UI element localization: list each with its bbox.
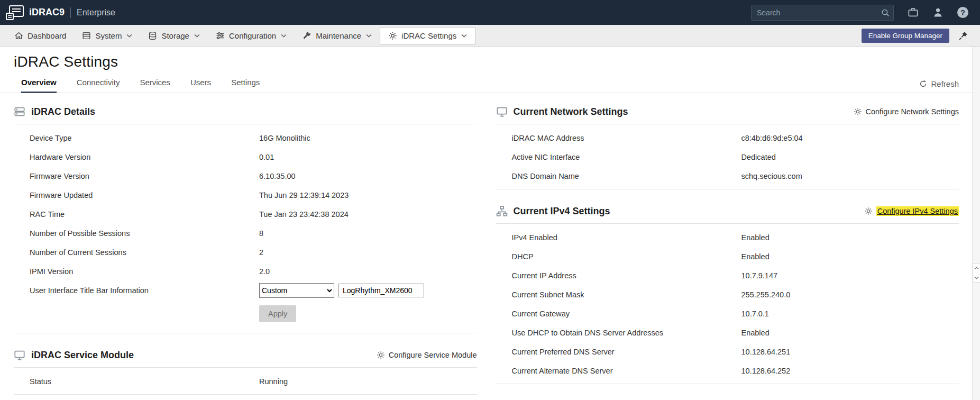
row-label: Use DHCP to Obtain DNS Server Addresses [512, 329, 741, 337]
enable-group-manager-button[interactable]: Enable Group Manager [862, 29, 949, 43]
nav-system[interactable]: System [74, 25, 140, 46]
row-value: 0.01 [259, 153, 274, 161]
search-icon[interactable] [881, 8, 890, 17]
nav-dashboard[interactable]: Dashboard [6, 25, 74, 46]
row-value: schq.secious.com [741, 172, 802, 180]
row-label: RAC Time [30, 210, 259, 219]
row-label: Current Preferred DNS Server [512, 348, 741, 356]
pin-icon[interactable] [958, 31, 968, 41]
detail-row: Status Running [14, 372, 477, 391]
brand-divider [70, 7, 71, 18]
apply-button[interactable]: Apply [259, 305, 296, 322]
nav-label: Maintenance [316, 31, 361, 40]
edition-label: Enterprise [77, 8, 115, 17]
nav-configuration[interactable]: Configuration [208, 25, 295, 46]
tab-users[interactable]: Users [190, 74, 211, 93]
chevron-down-icon [126, 34, 132, 38]
nav-maintenance[interactable]: Maintenance [295, 25, 380, 46]
title-bar-mode-select[interactable]: Custom [259, 283, 334, 298]
row-label: IPMI Version [30, 267, 259, 276]
configure-service-module-link[interactable]: Configure Service Module [377, 351, 477, 359]
briefcase-icon[interactable] [908, 7, 919, 18]
refresh-icon [919, 80, 927, 88]
detail-row: IPMI Version 2.0 [14, 262, 477, 281]
tab-services[interactable]: Services [140, 74, 170, 93]
detail-row: Firmware Updated Thu Jun 29 12:39:14 202… [14, 186, 477, 205]
sliders-icon [216, 31, 225, 40]
detail-row: Number of Current Sessions 2 [14, 243, 477, 262]
detail-row: DHCP Enabled [496, 247, 959, 266]
row-label: Firmware Version [30, 172, 259, 180]
configure-network-settings-link[interactable]: Configure Network Settings [854, 107, 959, 116]
tab-bar: Overview Connectivity Services Users Set… [0, 74, 980, 93]
chevron-down-icon[interactable] [974, 276, 979, 279]
chevron-up-icon[interactable] [974, 267, 979, 270]
row-label: Current IP Address [512, 271, 741, 280]
row-value: Tue Jan 23 23:42:38 2024 [259, 210, 349, 219]
top-bar: iDRAC9 Enterprise ? [0, 0, 980, 25]
chevron-down-icon [194, 34, 200, 38]
idrac-logo-icon [5, 5, 24, 21]
monitor-icon [496, 106, 508, 117]
server-icon [82, 31, 91, 40]
gear-icon [377, 351, 385, 359]
row-label: DHCP [512, 252, 741, 261]
detail-row: Current Preferred DNS Server 10.128.64.2… [496, 342, 959, 361]
row-label: Device Type [30, 134, 259, 142]
service-module-section: iDRAC Service Module Configure Service M… [14, 346, 477, 395]
sitemap-icon [496, 205, 508, 217]
section-title: iDRAC Service Module [31, 350, 134, 361]
row-label: DNS Domain Name [512, 172, 741, 180]
detail-row: RAC Time Tue Jan 23 23:42:38 2024 [14, 205, 477, 224]
row-value: 2 [259, 248, 263, 257]
row-label: Status [30, 377, 259, 386]
title-bar-row: User Interface Title Bar Information Cus… [14, 281, 477, 300]
tab-settings[interactable]: Settings [231, 74, 260, 93]
detail-row: Current IP Address 10.7.9.147 [496, 266, 959, 285]
tab-overview[interactable]: Overview [21, 74, 57, 93]
row-value: 2.0 [259, 267, 270, 276]
row-value: 10.128.64.252 [741, 367, 791, 375]
wrench-icon [303, 31, 312, 40]
link-label: Configure Network Settings [866, 107, 959, 116]
nav-label: iDRAC Settings [401, 31, 456, 40]
row-value: 255.255.240.0 [741, 290, 791, 299]
user-icon[interactable] [932, 7, 944, 18]
section-title: Current Network Settings [514, 106, 628, 117]
server-chassis-icon [14, 106, 25, 117]
topbar-actions: ? [751, 5, 968, 21]
apply-row: Apply [14, 304, 477, 323]
row-value: Running [259, 377, 288, 386]
row-value: 6.10.35.00 [259, 172, 296, 180]
search-input[interactable] [751, 5, 894, 21]
row-value: Thu Jun 29 12:39:14 2023 [259, 191, 349, 199]
row-value: 16G Monolithic [259, 134, 310, 142]
title-bar-text-input[interactable] [338, 284, 424, 297]
nav-idrac-settings[interactable]: iDRAC Settings [380, 27, 475, 44]
help-icon[interactable]: ? [957, 7, 968, 18]
detail-row: Device Type 16G Monolithic [14, 129, 477, 148]
nav-label: Configuration [229, 31, 276, 40]
scrollbar[interactable] [972, 47, 980, 400]
refresh-button[interactable]: Refresh [919, 79, 959, 93]
page-title: iDRAC Settings [14, 53, 959, 70]
row-label: Number of Possible Sessions [30, 229, 259, 238]
link-label-highlighted: Configure IPv4 Settings [876, 206, 959, 216]
configure-ipv4-settings-link[interactable]: Configure IPv4 Settings [864, 206, 959, 216]
nav-storage[interactable]: Storage [140, 25, 208, 46]
row-value: c8:4b:d6:9d:e5:04 [741, 134, 803, 142]
nav-actions: Enable Group Manager [862, 25, 968, 46]
row-label: Current Alternate DNS Server [512, 367, 741, 375]
ipv4-settings-section: Current IPv4 Settings Configure IPv4 Set… [496, 202, 959, 384]
row-label: Firmware Updated [30, 191, 259, 199]
chevron-down-icon [461, 34, 467, 38]
row-value: 10.7.9.147 [741, 271, 778, 280]
nav-label: Dashboard [28, 31, 66, 40]
tab-connectivity[interactable]: Connectivity [77, 74, 120, 93]
row-value: Enabled [741, 252, 770, 261]
row-label: Hardware Version [30, 153, 259, 161]
gear-icon [864, 207, 873, 215]
nav-label: Storage [161, 31, 189, 40]
row-value: 8 [259, 229, 263, 238]
detail-row: Active NIC Interface Dedicated [496, 148, 959, 167]
